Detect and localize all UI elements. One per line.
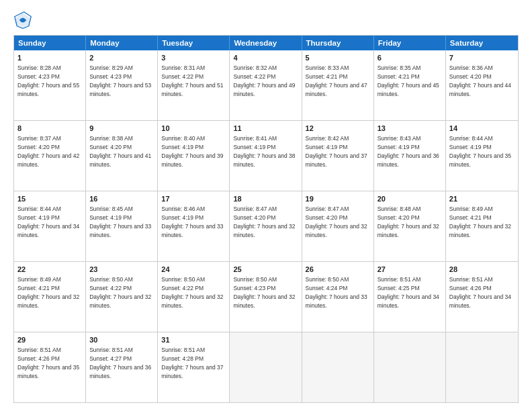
day-number: 10 [161,124,226,134]
cell-info: Sunrise: 8:44 AMSunset: 4:19 PMDaylight:… [17,205,79,238]
day-number: 25 [233,265,298,275]
calendar-body: 1Sunrise: 8:28 AMSunset: 4:23 PMDaylight… [14,50,518,402]
cell-info: Sunrise: 8:33 AMSunset: 4:21 PMDaylight:… [306,64,367,97]
day-number: 27 [378,265,442,275]
day-number: 21 [449,194,515,204]
calendar-cell: 2Sunrise: 8:29 AMSunset: 4:23 PMDaylight… [86,50,158,120]
day-number: 15 [17,194,82,204]
calendar-cell: 30Sunrise: 8:51 AMSunset: 4:27 PMDayligh… [86,332,158,402]
day-number: 7 [449,53,515,63]
day-number: 17 [161,194,226,204]
calendar-header-cell: Tuesday [158,36,230,50]
cell-info: Sunrise: 8:51 AMSunset: 4:28 PMDaylight:… [161,347,223,379]
calendar-cell: 25Sunrise: 8:50 AMSunset: 4:23 PMDayligh… [230,262,302,332]
calendar-header: SundayMondayTuesdayWednesdayThursdayFrid… [14,36,518,50]
day-number: 24 [161,265,226,275]
day-number: 14 [449,124,515,134]
calendar-header-cell: Sunday [14,36,86,50]
cell-info: Sunrise: 8:43 AMSunset: 4:19 PMDaylight:… [378,135,439,168]
calendar-cell: 26Sunrise: 8:50 AMSunset: 4:24 PMDayligh… [302,262,374,332]
calendar-cell: 31Sunrise: 8:51 AMSunset: 4:28 PMDayligh… [158,332,230,402]
day-number: 2 [89,53,154,63]
day-number: 26 [306,265,370,275]
cell-info: Sunrise: 8:46 AMSunset: 4:19 PMDaylight:… [161,205,223,238]
cell-info: Sunrise: 8:50 AMSunset: 4:22 PMDaylight:… [161,276,223,309]
calendar-row: 8Sunrise: 8:37 AMSunset: 4:20 PMDaylight… [14,120,518,191]
cell-info: Sunrise: 8:50 AMSunset: 4:24 PMDaylight:… [306,276,367,309]
day-number: 19 [306,194,370,204]
day-number: 29 [17,335,82,345]
day-number: 18 [233,194,298,204]
calendar-cell: 5Sunrise: 8:33 AMSunset: 4:21 PMDaylight… [302,50,374,120]
calendar-cell: 14Sunrise: 8:44 AMSunset: 4:19 PMDayligh… [446,121,518,191]
cell-info: Sunrise: 8:42 AMSunset: 4:19 PMDaylight:… [306,135,367,168]
day-number: 3 [161,53,226,63]
calendar-cell: 11Sunrise: 8:41 AMSunset: 4:19 PMDayligh… [230,121,302,191]
calendar-header-cell: Thursday [302,36,374,50]
cell-info: Sunrise: 8:38 AMSunset: 4:20 PMDaylight:… [89,135,151,168]
day-number: 22 [17,265,82,275]
day-number: 9 [89,124,154,134]
calendar-header-cell: Wednesday [230,36,302,50]
calendar-cell: 12Sunrise: 8:42 AMSunset: 4:19 PMDayligh… [302,121,374,191]
day-number: 6 [378,53,442,63]
cell-info: Sunrise: 8:31 AMSunset: 4:22 PMDaylight:… [161,64,223,97]
cell-info: Sunrise: 8:51 AMSunset: 4:26 PMDaylight:… [17,347,79,379]
cell-info: Sunrise: 8:51 AMSunset: 4:27 PMDaylight:… [89,347,151,379]
cell-info: Sunrise: 8:49 AMSunset: 4:21 PMDaylight:… [449,205,511,238]
page: SundayMondayTuesdayWednesdayThursdayFrid… [0,0,532,411]
cell-info: Sunrise: 8:29 AMSunset: 4:23 PMDaylight:… [89,64,151,97]
day-number: 1 [17,53,82,63]
calendar-row: 15Sunrise: 8:44 AMSunset: 4:19 PMDayligh… [14,191,518,261]
cell-info: Sunrise: 8:51 AMSunset: 4:25 PMDaylight:… [378,276,439,309]
calendar-cell: 22Sunrise: 8:49 AMSunset: 4:21 PMDayligh… [14,262,86,332]
calendar: SundayMondayTuesdayWednesdayThursdayFrid… [13,35,519,403]
cell-info: Sunrise: 8:44 AMSunset: 4:19 PMDaylight:… [449,135,511,168]
calendar-cell [374,332,446,402]
cell-info: Sunrise: 8:45 AMSunset: 4:19 PMDaylight:… [89,205,151,238]
calendar-cell: 16Sunrise: 8:45 AMSunset: 4:19 PMDayligh… [86,191,158,261]
calendar-cell: 23Sunrise: 8:50 AMSunset: 4:22 PMDayligh… [86,262,158,332]
day-number: 20 [378,194,442,204]
cell-info: Sunrise: 8:37 AMSunset: 4:20 PMDaylight:… [17,135,79,168]
calendar-cell: 15Sunrise: 8:44 AMSunset: 4:19 PMDayligh… [14,191,86,261]
day-number: 13 [378,124,442,134]
cell-info: Sunrise: 8:47 AMSunset: 4:20 PMDaylight:… [233,205,295,238]
day-number: 16 [89,194,154,204]
calendar-cell: 4Sunrise: 8:32 AMSunset: 4:22 PMDaylight… [230,50,302,120]
day-number: 5 [306,53,370,63]
calendar-header-cell: Saturday [446,36,518,50]
cell-info: Sunrise: 8:41 AMSunset: 4:19 PMDaylight:… [233,135,295,168]
calendar-header-cell: Friday [374,36,446,50]
day-number: 8 [17,124,82,134]
cell-info: Sunrise: 8:49 AMSunset: 4:21 PMDaylight:… [17,276,79,309]
calendar-cell: 17Sunrise: 8:46 AMSunset: 4:19 PMDayligh… [158,191,230,261]
calendar-cell: 29Sunrise: 8:51 AMSunset: 4:26 PMDayligh… [14,332,86,402]
cell-info: Sunrise: 8:50 AMSunset: 4:22 PMDaylight:… [89,276,151,309]
calendar-cell: 8Sunrise: 8:37 AMSunset: 4:20 PMDaylight… [14,121,86,191]
calendar-cell [230,332,302,402]
calendar-row: 29Sunrise: 8:51 AMSunset: 4:26 PMDayligh… [14,332,518,402]
calendar-cell: 6Sunrise: 8:35 AMSunset: 4:21 PMDaylight… [374,50,446,120]
day-number: 11 [233,124,298,134]
day-number: 28 [449,265,515,275]
logo-icon [13,11,32,30]
logo [13,11,35,30]
day-number: 12 [306,124,370,134]
calendar-cell: 9Sunrise: 8:38 AMSunset: 4:20 PMDaylight… [86,121,158,191]
cell-info: Sunrise: 8:47 AMSunset: 4:20 PMDaylight:… [306,205,367,238]
calendar-cell: 7Sunrise: 8:36 AMSunset: 4:20 PMDaylight… [446,50,518,120]
calendar-cell: 10Sunrise: 8:40 AMSunset: 4:19 PMDayligh… [158,121,230,191]
day-number: 23 [89,265,154,275]
calendar-cell: 24Sunrise: 8:50 AMSunset: 4:22 PMDayligh… [158,262,230,332]
calendar-cell: 28Sunrise: 8:51 AMSunset: 4:26 PMDayligh… [446,262,518,332]
calendar-cell [302,332,374,402]
cell-info: Sunrise: 8:40 AMSunset: 4:19 PMDaylight:… [161,135,223,168]
calendar-cell: 3Sunrise: 8:31 AMSunset: 4:22 PMDaylight… [158,50,230,120]
cell-info: Sunrise: 8:48 AMSunset: 4:20 PMDaylight:… [378,205,439,238]
day-number: 4 [233,53,298,63]
calendar-cell: 13Sunrise: 8:43 AMSunset: 4:19 PMDayligh… [374,121,446,191]
cell-info: Sunrise: 8:32 AMSunset: 4:22 PMDaylight:… [233,64,295,97]
calendar-cell: 19Sunrise: 8:47 AMSunset: 4:20 PMDayligh… [302,191,374,261]
calendar-cell: 1Sunrise: 8:28 AMSunset: 4:23 PMDaylight… [14,50,86,120]
